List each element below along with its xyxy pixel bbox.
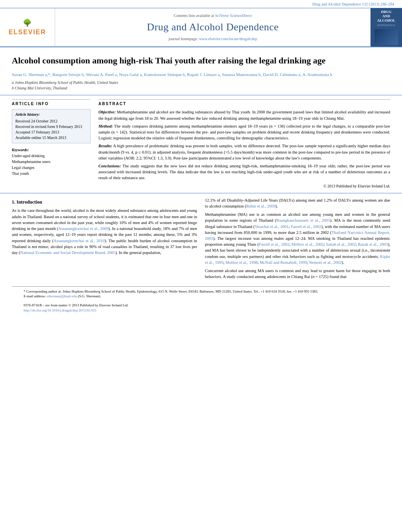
email-label: E-mail address:: [24, 294, 46, 298]
article-header: Alcohol consumption among high-risk Thai…: [0, 47, 402, 95]
objective-label: Objective:: [98, 110, 116, 114]
intro-section-title: 1. Introduction: [12, 199, 197, 206]
ref-national-econ[interactable]: National Economic and Social Development…: [20, 250, 115, 255]
ref-rehm[interactable]: Rehm et al., 2009: [246, 204, 275, 208]
intro-paragraph1: As is the case throughout the world, alc…: [12, 208, 197, 256]
accepted-date: Accepted 17 February 2013: [15, 130, 87, 135]
sciverse-line: Contents lists available at SciVerse Sci…: [174, 13, 252, 19]
conclusions-text: The study suggests that the new laws did…: [98, 164, 390, 180]
cover-text-drug: DRUG: [381, 10, 392, 14]
ref-sattah[interactable]: Sattah et al., 2002: [326, 242, 356, 247]
received-revised-date: Received in revised form 9 February 2013: [15, 124, 87, 130]
copyright-line: © 2013 Published by Elsevier Ireland Ltd…: [98, 184, 390, 189]
elsevier-logo: 🌳 ELSEVIER: [9, 18, 46, 37]
keyword-1: Under-aged drinking: [12, 153, 91, 159]
intro-paragraph2: 12.1% of all Disability-Adjusted Life Ye…: [205, 197, 391, 209]
journal-top-bar: Drug and Alcohol Dependence 132 (2013) 2…: [0, 0, 402, 8]
elsevier-name-text: ELSEVIER: [9, 28, 46, 37]
journal-cover-image: DRUG AND ALCOHOL DEPENDENCE: [371, 8, 402, 46]
homepage-link[interactable]: www.elsevier.com/locate/drugalcdep: [199, 37, 257, 41]
ref-molitor[interactable]: Molitor et al., 1998: [226, 260, 258, 265]
affiliation-a: a Johns Hopkins Bloomberg School of Publ…: [12, 80, 390, 85]
issn-line: 0376-8716/$ – see front matter © 2013 Pu…: [24, 303, 378, 308]
journal-homepage-line: journal homepage: www.elsevier.com/locat…: [169, 36, 257, 42]
keyword-2: Methamphetamine users: [12, 159, 91, 165]
ref-assanang-2010[interactable]: Assanangkornchai et al., 2010: [54, 239, 105, 243]
objective-text: Methamphetamine and alcohol are the lead…: [98, 110, 390, 120]
keyword-3: Legal changes: [12, 165, 91, 171]
homepage-prefix: journal homepage:: [169, 37, 199, 41]
conclusions-label: Conclusions:: [98, 164, 121, 168]
abstract-text: Objective: Methamphetamine and alcohol a…: [98, 109, 390, 181]
body-section: 1. Introduction As is the case throughou…: [0, 193, 402, 286]
sciverse-link-text[interactable]: SciVerse ScienceDirect: [215, 13, 252, 18]
doi-link[interactable]: http://dx.doi.org/10.1016/j.drugalcdep.2…: [24, 308, 378, 313]
available-date: Available online 15 March 2013: [15, 135, 87, 141]
keywords-label: Keywords:: [12, 147, 91, 153]
method-paragraph: Method: The study compares drinking patt…: [98, 123, 390, 141]
affiliation-b: b Chiang Mai University, Thailand: [12, 85, 390, 91]
cover-text-and: AND: [382, 14, 390, 19]
elsevier-tree-icon: 🌳: [9, 18, 46, 28]
results-label: Results:: [98, 144, 112, 148]
authors-line: Susan G. Sherman a,*, Bangorn Srirojn b,…: [12, 71, 390, 78]
keyword-4: Thai youth: [12, 171, 91, 176]
conclusions-paragraph: Conclusions: The study suggests that the…: [98, 163, 390, 181]
article-history-box: Article history: Received 24 October 201…: [12, 109, 91, 143]
ref-farrell-2002b[interactable]: Farrell et al., 2002: [259, 242, 289, 247]
results-text: A high prevalence of problematic drinkin…: [98, 144, 390, 160]
journal-title: Drug and Alcohol Dependence: [147, 20, 279, 34]
ref-razak[interactable]: Razak et al., 2003: [358, 242, 388, 247]
cover-subtext: DEPENDENCE: [377, 24, 395, 28]
cover-text-alcohol: ALCOHOL: [377, 19, 395, 23]
method-text: The study compares drinking patterns amo…: [98, 124, 390, 140]
footnote-star: * Corresponding author at: Johns Hopkins…: [24, 289, 378, 294]
sciverse-prefix: Contents lists available at: [174, 13, 215, 18]
email-name: (S.G. Sherman).: [78, 294, 101, 298]
footnote-email-line: E-mail address: ssherman@jhsph.edu (S.G.…: [24, 294, 378, 299]
cover-graphic: [374, 29, 398, 45]
page: Drug and Alcohol Dependence 132 (2013) 2…: [0, 0, 402, 532]
affiliations: a Johns Hopkins Bloomberg School of Publ…: [12, 80, 390, 91]
footnote-spacer: [12, 258, 197, 274]
intro-number: 1.: [12, 199, 15, 205]
article-info-abstract-section: ARTICLE INFO Article history: Received 2…: [0, 95, 402, 193]
method-label: Method:: [98, 124, 113, 128]
footnote-area: * Corresponding author at: Johns Hopkins…: [12, 286, 390, 301]
email-address[interactable]: ssherman@jhsph.edu: [46, 294, 77, 298]
authors-text: Susan G. Sherman a,*, Bangorn Srirojn b,…: [12, 72, 332, 77]
abstract-column: ABSTRACT Objective: Methamphetamine and …: [98, 99, 390, 189]
history-label: Article history:: [15, 112, 87, 117]
keywords-section: Keywords: Under-aged drinking Methamphet…: [12, 147, 91, 176]
ref-ruang[interactable]: Ruangkanchanasetr et al., 2005: [276, 218, 330, 222]
ref-thailand-narcotics[interactable]: Thailand Narcotics Annual Report, 2003: [205, 230, 391, 241]
doi-link-text[interactable]: http://dx.doi.org/10.1016/j.drugalcdep.2…: [24, 308, 96, 312]
objective-paragraph: Objective: Methamphetamine and alcohol a…: [98, 109, 390, 121]
ref-melbye[interactable]: Melbye et al., 2002: [291, 242, 324, 247]
ref-mcnall[interactable]: McNall and Remafedi, 1999: [260, 260, 307, 265]
ref-nemoto[interactable]: Nemoto et al., 2002: [309, 260, 342, 265]
ref-farrell-2002[interactable]: Farrell et al., 2002: [291, 224, 321, 229]
article-info-header: ARTICLE INFO: [12, 99, 91, 107]
intro-title-text: Introduction: [17, 199, 42, 205]
ref-assanang-2009[interactable]: Assanangkornchai et al., 2009: [58, 226, 109, 231]
article-info-column: ARTICLE INFO Article history: Received 2…: [12, 99, 91, 189]
bottom-bar: 0376-8716/$ – see front matter © 2013 Pu…: [12, 301, 390, 315]
header-center: Contents lists available at SciVerse Sci…: [55, 8, 371, 46]
intro-paragraph4: Concurrent alcohol use among MA users is…: [205, 268, 391, 280]
article-title: Alcohol consumption among high-risk Thai…: [12, 55, 390, 67]
journal-ref: Drug and Alcohol Dependence 132 (2013) 2…: [312, 2, 394, 6]
received-date: Received 24 October 2012: [15, 119, 87, 124]
body-right-column: 12.1% of all Disability-Adjusted Life Ye…: [205, 197, 391, 282]
elsevier-logo-area: 🌳 ELSEVIER: [0, 8, 55, 46]
ref-verachai[interactable]: Verachai et al., 2001: [255, 224, 289, 229]
results-paragraph: Results: A high prevalence of problemati…: [98, 143, 390, 161]
header-section: 🌳 ELSEVIER Contents lists available at S…: [0, 8, 402, 47]
body-left-column: 1. Introduction As is the case throughou…: [12, 197, 197, 282]
intro-paragraph3: Methamphetamine (MA) use is as common as…: [205, 211, 391, 265]
abstract-header: ABSTRACT: [98, 99, 390, 107]
